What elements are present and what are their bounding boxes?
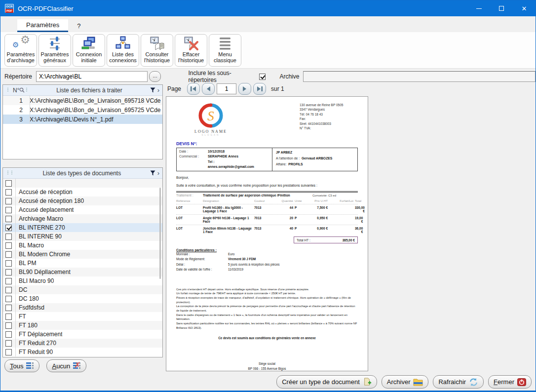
next-page-button[interactable] [238, 83, 251, 95]
types-panel: Liste des types de documents › Accusé de… [2, 167, 163, 357]
close-button[interactable]: ✕ [513, 0, 536, 16]
select-all-button[interactable]: Tous [4, 359, 39, 372]
type-checkbox[interactable] [5, 198, 12, 204]
type-checkbox[interactable] [5, 260, 12, 267]
page-number-input[interactable] [217, 83, 236, 94]
browse-button[interactable]: ... [149, 71, 161, 82]
type-checkbox[interactable] [5, 216, 12, 222]
title-bar: OCR PDF OCR-PDFClassifier ✕ [0, 0, 536, 16]
include-subdirs-checkbox[interactable] [259, 74, 266, 80]
table-row: LOT Profil ht1360 - Alu lg3000 - Laquage… [176, 204, 358, 214]
file-row[interactable]: 1 X:\Archivage\BL\Bon_de_Livraison_69571… [3, 96, 162, 105]
type-label: FT Reduit 270 [15, 340, 56, 347]
treatment-row: Traitement : Traitement de surface par a… [176, 193, 358, 197]
initial-connection-button[interactable]: Connexion initiale [73, 34, 105, 67]
type-row[interactable]: Accusé de réception 180 [3, 196, 162, 205]
last-page-button[interactable] [253, 83, 266, 95]
connection-list-button[interactable]: Liste des connexions [107, 34, 139, 67]
filter-icon[interactable] [150, 170, 155, 176]
type-row[interactable]: Fsdfdsfsd [3, 303, 162, 312]
type-checkbox[interactable] [5, 207, 12, 213]
type-row[interactable]: FT Déplacement [3, 330, 162, 339]
column-grip[interactable] [26, 88, 27, 92]
column-grip[interactable] [7, 171, 8, 175]
fine-print-line: Un forfait montage de teinte de 79€/HT s… [176, 291, 358, 296]
file-row[interactable]: 3 X:\Archivage\BL\Devis N°_1.pdf [3, 115, 162, 124]
type-checkbox[interactable] [5, 305, 12, 311]
type-checkbox[interactable] [5, 331, 12, 338]
archive-settings-button[interactable]: ⚙⚙ Paramètres d'archivage [4, 34, 37, 67]
type-row[interactable]: FT 180 [3, 321, 162, 330]
type-row[interactable]: FT Reduit 270 [3, 339, 162, 348]
view-history-button[interactable]: Consulter l'historique [141, 34, 173, 67]
column-grip[interactable] [11, 171, 12, 175]
computers-icon [75, 36, 103, 51]
search-icon[interactable] [19, 87, 25, 93]
select-none-button[interactable]: Aucun ✗ [46, 359, 86, 372]
maximize-button[interactable] [490, 0, 513, 16]
type-checkbox[interactable] [5, 242, 12, 249]
filter-icon[interactable] [150, 87, 155, 93]
file-row-path: X:\Archivage\BL\Devis N°_1.pdf [27, 116, 114, 123]
list-icon [26, 362, 34, 369]
type-row[interactable]: BL90 Dépllacement [3, 268, 162, 276]
type-row[interactable]: DC 180 [3, 294, 162, 303]
column-grip[interactable] [7, 88, 8, 92]
type-row[interactable]: Accusé de réception [3, 188, 162, 196]
type-checkbox[interactable] [5, 234, 12, 240]
scrollbar[interactable] [159, 188, 161, 279]
type-label: FT 180 [15, 322, 38, 329]
first-page-button[interactable] [187, 83, 200, 95]
type-label: BL PM [15, 260, 37, 267]
archive-input[interactable] [303, 71, 536, 82]
type-row[interactable]: BL INTERNE 90 [3, 232, 162, 241]
type-row[interactable]: FT [3, 312, 162, 321]
document-preview[interactable]: S LOGO NAME SLOGAN 130 avenue de Reine B… [166, 96, 368, 371]
type-checkbox[interactable] [5, 340, 12, 347]
condition-row: Mode de Règlement: Virement 30 J FDM [176, 257, 358, 262]
type-checkbox[interactable] [5, 189, 12, 196]
classic-menu-button[interactable]: Menu classique [209, 34, 241, 67]
file-row[interactable]: 2 X:\Archivage\BL\Bon_de_Livraison_69572… [3, 105, 162, 115]
type-label: FT Reduit 90 [15, 349, 53, 355]
type-checkbox[interactable] [5, 269, 12, 275]
type-row[interactable]: DC [3, 285, 162, 294]
page-navigation: Page sur 1 [167, 82, 288, 95]
type-row[interactable]: BL Modern Chrome [3, 250, 162, 259]
type-row[interactable]: Accusé deplacement [3, 205, 162, 214]
type-checkbox[interactable] [5, 322, 12, 329]
type-checkbox[interactable] [5, 180, 12, 187]
type-checkbox[interactable] [5, 278, 12, 284]
type-checkbox[interactable] [5, 296, 12, 302]
type-label: Accusé deplacement [15, 206, 74, 213]
minimize-button[interactable] [467, 0, 490, 16]
type-checkbox[interactable] [5, 251, 12, 258]
create-type-button[interactable]: Créer un type de document [276, 375, 377, 389]
close-window-button[interactable]: Fermer [488, 375, 532, 389]
type-checkbox[interactable] [5, 225, 12, 231]
archive-label: Archive [279, 73, 299, 80]
type-checkbox[interactable] [5, 287, 12, 293]
refresh-icon [469, 378, 478, 387]
type-checkbox[interactable] [5, 349, 12, 355]
expand-chevron-icon[interactable]: › [157, 170, 159, 176]
archive-button[interactable]: Archiver [382, 375, 429, 389]
refresh-button[interactable]: Rafraichir [433, 375, 484, 389]
type-row[interactable]: FT Reduit 90 [3, 348, 162, 356]
type-row[interactable] [3, 179, 162, 188]
type-checkbox[interactable] [5, 314, 12, 320]
tab-parametres[interactable]: Paramètres [17, 19, 68, 32]
expand-chevron-icon[interactable]: › [157, 87, 159, 93]
prev-page-button[interactable] [202, 83, 215, 95]
type-row[interactable]: BL Macro [3, 241, 162, 250]
type-row[interactable]: BL PM [3, 259, 162, 268]
fine-print: Ces prix s'entendent HT départ usine. Ho… [176, 287, 358, 330]
type-row[interactable]: Archivage Macro [3, 214, 162, 223]
tab-help[interactable]: ? [68, 19, 89, 32]
type-row[interactable]: BLI Macro 90 [3, 276, 162, 285]
num-column-header[interactable]: N° [13, 87, 19, 94]
type-row[interactable]: BL INTERNE 270 [3, 223, 162, 232]
directory-input[interactable] [36, 71, 148, 82]
clear-history-button[interactable]: Effacer l'historique [175, 34, 207, 67]
general-settings-button[interactable]: Paramètres généraux [38, 34, 71, 67]
